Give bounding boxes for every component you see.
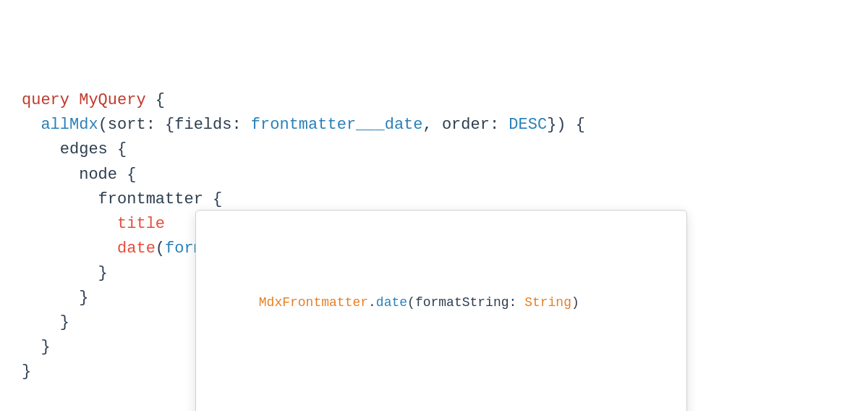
code-line: edges { — [22, 137, 846, 162]
tooltip-method: date — [376, 295, 407, 310]
code-token: } — [22, 338, 51, 356]
code-token: } — [22, 289, 88, 307]
code-token: MyQuery — [79, 91, 145, 109]
tooltip-signature: MdxFrontmatter.date(formatString: String… — [212, 273, 671, 334]
tooltip-type-name: MdxFrontmatter — [259, 295, 368, 310]
code-token: title — [22, 215, 165, 233]
code-editor: query MyQuery { allMdx(sort: {fields: fr… — [22, 14, 846, 411]
tooltip-param-type: String — [524, 295, 571, 310]
code-line: allMdx(sort: {fields: frontmatter___date… — [22, 113, 846, 137]
tooltip-param-name: formatString — [415, 295, 509, 310]
code-token: } — [22, 264, 108, 282]
code-token: allMdx — [22, 116, 98, 134]
code-token: ( — [156, 240, 165, 258]
code-token: } — [22, 363, 31, 381]
code-token: node { — [22, 166, 136, 184]
code-token — [69, 91, 79, 109]
code-token: , order: — [423, 116, 509, 134]
code-line: frontmatter { — [22, 187, 846, 212]
code-line: query MyQuery { — [22, 88, 846, 113]
tooltip-description: Format the date using Moment.js' date to… — [212, 393, 671, 411]
code-token: }) { — [547, 116, 585, 134]
code-token: frontmatter { — [22, 190, 222, 208]
code-token: (sort: {fields: — [98, 116, 251, 134]
tooltip-popup: MdxFrontmatter.date(formatString: String… — [195, 210, 687, 411]
code-token: { — [146, 91, 165, 109]
code-token: edges { — [22, 140, 127, 158]
code-token: } — [22, 313, 69, 331]
code-line: node { — [22, 163, 846, 187]
code-token: date — [22, 240, 156, 258]
code-token: frontmatter___date — [251, 116, 423, 134]
code-token: query — [22, 91, 69, 109]
code-token: DESC — [509, 116, 547, 134]
